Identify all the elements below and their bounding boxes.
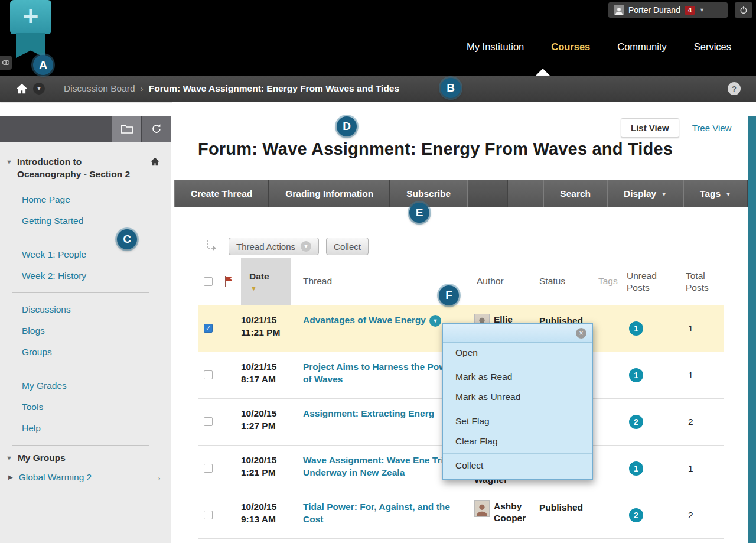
course-title-row: ▼ Introduction to Oceanography - Section… <box>6 156 162 181</box>
thread-options-button[interactable]: ▼ <box>429 315 441 327</box>
unread-posts-badge[interactable]: 2 <box>629 508 643 522</box>
help-button[interactable]: ? <box>728 82 741 95</box>
row-checkbox[interactable] <box>204 417 213 426</box>
user-avatar <box>614 5 624 15</box>
row-checkbox[interactable]: ✓ <box>204 324 213 333</box>
menu-item-mark-as-read[interactable]: Mark as Read <box>443 367 592 387</box>
sort-desc-icon[interactable]: ▼ <box>250 285 257 292</box>
open-group-arrow[interactable]: → <box>152 472 162 483</box>
tab-my-institution[interactable]: My Institution <box>467 41 524 53</box>
date-text: 10/20/15 <box>241 455 276 465</box>
sidebar-item-discussions[interactable]: Discussions <box>0 299 171 320</box>
column-header-author[interactable]: Author <box>477 276 504 287</box>
course-title[interactable]: Introduction to Oceanography - Section 2 <box>17 156 146 181</box>
blackboard-app: + Porter Durand 4 ▼ My Institution Cours… <box>0 0 756 543</box>
close-icon[interactable]: × <box>576 328 586 339</box>
refresh-button[interactable] <box>141 116 171 142</box>
total-posts: 2 <box>688 417 693 427</box>
unread-posts-badge[interactable]: 1 <box>629 321 643 336</box>
tab-community[interactable]: Community <box>617 41 666 53</box>
course-theme-strip <box>748 116 756 543</box>
chevron-down-icon: ▼ <box>301 241 311 252</box>
display-label: Display <box>624 188 656 199</box>
tree-view-link[interactable]: Tree View <box>692 123 732 133</box>
sidebar-divider <box>12 445 149 446</box>
thread-link[interactable]: Advantages of Wave Energy▼ <box>303 314 458 327</box>
tab-services[interactable]: Services <box>694 41 731 53</box>
sidebar-item-global-warming-2[interactable]: Global Warming 2 <box>19 472 152 483</box>
sidebar-item-groups[interactable]: Groups <box>0 342 171 363</box>
sidebar-item-help[interactable]: Help <box>0 418 171 439</box>
collect-button[interactable]: Collect <box>326 238 369 255</box>
flag-icon <box>224 276 233 287</box>
thread-table-header: Date ▼ Thread Author Status Tags Unread … <box>198 258 724 305</box>
action-bar-spacer <box>467 180 508 207</box>
folder-view-button[interactable] <box>112 116 141 142</box>
sidebar-item-my-grades[interactable]: My Grades <box>0 375 171 396</box>
notification-badge[interactable]: 4 <box>685 6 695 15</box>
thread-link[interactable]: Wave Assignment: Wave Ene Trials Underwa… <box>303 454 458 479</box>
row-checkbox[interactable] <box>204 464 213 473</box>
sidebar-item-blogs[interactable]: Blogs <box>0 320 171 342</box>
column-header-status[interactable]: Status <box>539 276 565 287</box>
sidebar-item-week-2-history[interactable]: Week 2: History <box>0 265 171 287</box>
menu-item-mark-as-unread[interactable]: Mark as Unread <box>443 387 592 407</box>
tab-courses[interactable]: Courses <box>551 41 590 53</box>
thread-link[interactable]: Tidal Power: For, Against, and the Cost <box>303 501 458 526</box>
collapse-arrow-icon[interactable]: ▼ <box>6 158 12 165</box>
display-menu-button[interactable]: Display ▼ <box>607 180 683 207</box>
unread-posts-badge[interactable]: 2 <box>629 415 643 429</box>
create-thread-button[interactable]: Create Thread <box>174 180 269 207</box>
collapse-arrow-icon[interactable]: ▼ <box>6 454 12 461</box>
menu-item-clear-flag[interactable]: Clear Flag <box>443 431 592 451</box>
column-header-tags[interactable]: Tags <box>598 276 618 287</box>
unread-posts-badge[interactable]: 1 <box>629 368 643 382</box>
menu-divider <box>443 409 592 409</box>
menu-item-collect[interactable]: Collect <box>443 456 592 476</box>
user-menu[interactable]: Porter Durand 4 ▼ <box>608 2 728 18</box>
course-title-line1: Introduction to <box>17 157 82 167</box>
add-module-tab[interactable]: + <box>10 0 51 34</box>
column-header-total-posts[interactable]: Total Posts <box>686 270 715 294</box>
grading-information-label: Grading Information <box>285 188 373 199</box>
tags-menu-button[interactable]: Tags ▼ <box>683 180 748 207</box>
column-header-thread[interactable]: Thread <box>303 276 332 287</box>
search-button[interactable]: Search <box>543 180 607 207</box>
time-text: 8:17 AM <box>241 374 276 384</box>
thread-date: 10/20/15 1:21 PM <box>241 454 295 479</box>
thread-actions-button[interactable]: Thread Actions ▼ <box>229 238 319 255</box>
my-groups-header[interactable]: ▼ My Groups <box>6 453 171 463</box>
unread-posts-badge[interactable]: 1 <box>629 461 643 476</box>
home-icon[interactable] <box>14 82 30 96</box>
link-icon[interactable] <box>0 56 12 70</box>
thread-link[interactable]: Assignment: Extracting Energ <box>303 408 458 420</box>
menu-item-open[interactable]: Open <box>443 343 592 363</box>
column-header-date[interactable]: Date ▼ <box>241 258 291 305</box>
sidebar-item-week-1-people[interactable]: Week 1: People <box>0 244 171 265</box>
column-header-unread-posts[interactable]: Unread Posts <box>627 270 662 294</box>
breadcrumb-expand-button[interactable]: ▼ <box>33 83 45 95</box>
course-menu-sidebar: ▼ Introduction to Oceanography - Section… <box>0 116 171 543</box>
row-checkbox[interactable] <box>204 511 213 519</box>
breadcrumb-discussion-board[interactable]: Discussion Board <box>64 83 135 94</box>
select-all-arrow-icon <box>205 239 218 254</box>
menu-item-set-flag[interactable]: Set Flag <box>443 411 592 431</box>
list-view-button[interactable]: List View <box>621 118 679 138</box>
sidebar-item-home-page[interactable]: Home Page <box>0 189 171 210</box>
course-home-icon[interactable] <box>150 157 160 166</box>
subscribe-label: Subscribe <box>406 188 451 199</box>
total-posts: 1 <box>688 370 693 381</box>
annotation-c: C <box>117 229 137 249</box>
select-all-checkbox[interactable] <box>204 277 213 286</box>
sidebar-item-getting-started[interactable]: Getting Started <box>0 210 171 232</box>
sidebar-item-tools[interactable]: Tools <box>0 396 171 418</box>
user-name: Porter Durand <box>628 5 680 15</box>
logout-button[interactable] <box>735 2 752 18</box>
grading-information-button[interactable]: Grading Information <box>269 180 390 207</box>
thread-title[interactable]: Advantages of Wave Energy <box>303 315 426 325</box>
subscribe-button[interactable]: Subscribe <box>390 180 467 207</box>
row-checkbox[interactable] <box>204 370 213 379</box>
annotation-f: F <box>439 285 459 305</box>
thread-link[interactable]: Project Aims to Harness the Power of Wav… <box>303 361 458 386</box>
expand-arrow-icon[interactable]: ▶ <box>8 474 13 480</box>
